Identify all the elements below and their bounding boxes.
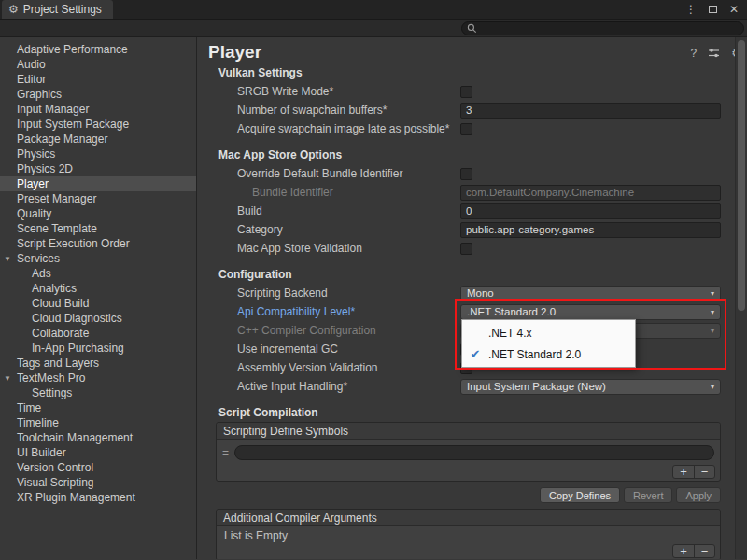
- sidebar-item-label: XR Plugin Management: [17, 491, 135, 504]
- kebab-menu-icon[interactable]: ⋮: [685, 3, 697, 16]
- sidebar-item-label: Analytics: [32, 282, 77, 295]
- sidebar-item-editor[interactable]: Editor: [0, 72, 196, 87]
- field-label: Bundle Identifier: [197, 186, 460, 199]
- remove-button[interactable]: −: [694, 466, 714, 478]
- acquire-swapchain-checkbox[interactable]: [460, 123, 472, 135]
- sidebar-item-label: Graphics: [17, 88, 62, 101]
- sidebar-item-textmesh-pro[interactable]: ▼TextMesh Pro: [0, 371, 196, 385]
- presets-icon[interactable]: [708, 48, 720, 59]
- build-field[interactable]: [460, 203, 721, 219]
- sidebar-item-audio[interactable]: Audio: [0, 57, 196, 72]
- sidebar-item-label: Input System Package: [17, 118, 129, 131]
- sidebar-item-label: Adaptive Performance: [17, 43, 128, 56]
- sidebar-item-adaptive-performance[interactable]: Adaptive Performance: [0, 42, 196, 57]
- chevron-down-icon: ▾: [711, 327, 714, 335]
- vertical-scrollbar[interactable]: [735, 37, 747, 559]
- tab-project-settings[interactable]: ⚙ Project Settings: [2, 0, 113, 19]
- sidebar-item-version-control[interactable]: Version Control: [0, 460, 196, 475]
- sidebar-item-label: Scene Template: [17, 222, 97, 235]
- popup-option--net-4-x[interactable]: .NET 4.x: [462, 322, 635, 343]
- sidebar-item-settings[interactable]: Settings: [0, 385, 196, 400]
- page-title: Player: [197, 37, 747, 63]
- sidebar-item-label: Timeline: [17, 416, 59, 429]
- define-symbols-body: =: [217, 440, 720, 466]
- sidebar-item-label: UI Builder: [17, 446, 66, 459]
- define-symbols-header: Scripting Define Symbols: [217, 423, 720, 440]
- field-label: Active Input Handling*: [197, 380, 460, 393]
- mac-store-validation-checkbox[interactable]: [460, 243, 472, 255]
- section-header-configuration: Configuration: [197, 265, 747, 284]
- sidebar-item-ui-builder[interactable]: UI Builder: [0, 445, 196, 460]
- add-button[interactable]: +: [673, 545, 694, 557]
- scripting-define-symbols-list: Scripting Define Symbols = + −: [216, 422, 721, 482]
- sidebar-item-label: Script Execution Order: [17, 237, 130, 250]
- api-compatibility-dropdown[interactable]: .NET Standard 2.0 ▾: [460, 304, 721, 320]
- copy-defines-button[interactable]: Copy Defines: [540, 487, 620, 503]
- sidebar-list: Adaptive PerformanceAudioEditorGraphicsI…: [0, 42, 196, 505]
- field-label: Mac App Store Validation: [197, 242, 460, 255]
- sidebar-item-graphics[interactable]: Graphics: [0, 87, 196, 102]
- sidebar-item-label: Toolchain Management: [17, 431, 133, 444]
- sidebar-item-collaborate[interactable]: Collaborate: [0, 326, 196, 341]
- sidebar-item-label: Ads: [32, 267, 51, 280]
- sidebar-item-quality[interactable]: Quality: [0, 206, 196, 221]
- sidebar-item-ads[interactable]: Ads: [0, 266, 196, 281]
- sidebar-item-script-execution-order[interactable]: Script Execution Order: [0, 236, 196, 251]
- row-api-compatibility: Api Compatibility Level* .NET Standard 2…: [197, 302, 747, 321]
- sidebar-item-label: Time: [17, 401, 41, 414]
- override-bundle-id-checkbox[interactable]: [460, 168, 472, 180]
- row-scripting-backend: Scripting Backend Mono ▾: [197, 284, 747, 302]
- sidebar-item-visual-scripting[interactable]: Visual Scripting: [0, 475, 196, 490]
- sidebar-item-input-manager[interactable]: Input Manager: [0, 102, 196, 117]
- sidebar-item-xr-plugin-management[interactable]: XR Plugin Management: [0, 490, 196, 505]
- add-button[interactable]: +: [673, 466, 694, 478]
- sidebar-item-preset-manager[interactable]: Preset Manager: [0, 191, 196, 206]
- panel-header-icons: ? ⚙: [691, 47, 741, 60]
- chevron-down-icon: ▾: [711, 289, 714, 298]
- sidebar-item-toolchain-management[interactable]: Toolchain Management: [0, 430, 196, 445]
- scripting-backend-dropdown[interactable]: Mono ▾: [460, 286, 721, 301]
- category-field[interactable]: [460, 222, 721, 238]
- titlebar: ⚙ Project Settings ⋮ ✕: [0, 0, 747, 20]
- sidebar-item-label: Visual Scripting: [17, 476, 94, 489]
- define-symbol-input[interactable]: [234, 445, 714, 460]
- sidebar-item-cloud-diagnostics[interactable]: Cloud Diagnostics: [0, 311, 196, 326]
- remove-button[interactable]: −: [694, 545, 714, 557]
- sidebar-item-scene-template[interactable]: Scene Template: [0, 221, 196, 236]
- sidebar-item-package-manager[interactable]: Package Manager: [0, 132, 196, 147]
- sidebar-item-physics-2d[interactable]: Physics 2D: [0, 161, 196, 176]
- sidebar-item-timeline[interactable]: Timeline: [0, 415, 196, 430]
- sidebar-item-label: Physics 2D: [17, 162, 73, 175]
- sidebar-item-cloud-build[interactable]: Cloud Build: [0, 296, 196, 311]
- search-input[interactable]: [481, 21, 739, 35]
- close-icon[interactable]: ✕: [729, 3, 739, 16]
- sidebar-item-services[interactable]: ▼Services: [0, 251, 196, 266]
- sidebar-item-label: Cloud Diagnostics: [32, 312, 122, 325]
- sidebar-item-input-system-package[interactable]: Input System Package: [0, 117, 196, 132]
- sidebar-item-label: Audio: [17, 58, 46, 71]
- active-input-handling-dropdown[interactable]: Input System Package (New) ▾: [460, 379, 721, 395]
- sidebar-item-label: Cloud Build: [32, 297, 89, 310]
- foldout-icon[interactable]: ▼: [4, 374, 11, 383]
- sidebar-item-in-app-purchasing[interactable]: In-App Purchasing: [0, 341, 196, 356]
- sidebar-item-player[interactable]: Player: [0, 176, 196, 191]
- foldout-icon[interactable]: ▼: [4, 255, 11, 263]
- sidebar-item-label: TextMesh Pro: [17, 371, 85, 385]
- maximize-icon[interactable]: [709, 6, 717, 13]
- search-box[interactable]: [461, 21, 744, 35]
- row-active-input-handling: Active Input Handling* Input System Pack…: [197, 377, 747, 396]
- sidebar-item-analytics[interactable]: Analytics: [0, 281, 196, 296]
- help-icon[interactable]: ?: [691, 47, 698, 60]
- project-settings-window: ⚙ Project Settings ⋮ ✕ Adaptive Performa…: [0, 0, 747, 560]
- sidebar-item-time[interactable]: Time: [0, 400, 196, 415]
- drag-handle-icon[interactable]: =: [222, 446, 229, 459]
- scrollbar-thumb[interactable]: [738, 40, 745, 311]
- swapchain-buffers-field[interactable]: [460, 103, 721, 119]
- popup-option--net-standard-2-0[interactable]: ✔.NET Standard 2.0: [462, 343, 635, 365]
- sidebar-item-tags-and-layers[interactable]: Tags and Layers: [0, 356, 196, 371]
- srgb-write-mode-checkbox[interactable]: [460, 86, 472, 98]
- settings-sidebar: Adaptive PerformanceAudioEditorGraphicsI…: [0, 37, 197, 559]
- sidebar-item-physics[interactable]: Physics: [0, 147, 196, 161]
- sidebar-item-label: Tags and Layers: [17, 357, 99, 370]
- define-symbols-actions: Copy Defines Revert Apply: [197, 487, 721, 503]
